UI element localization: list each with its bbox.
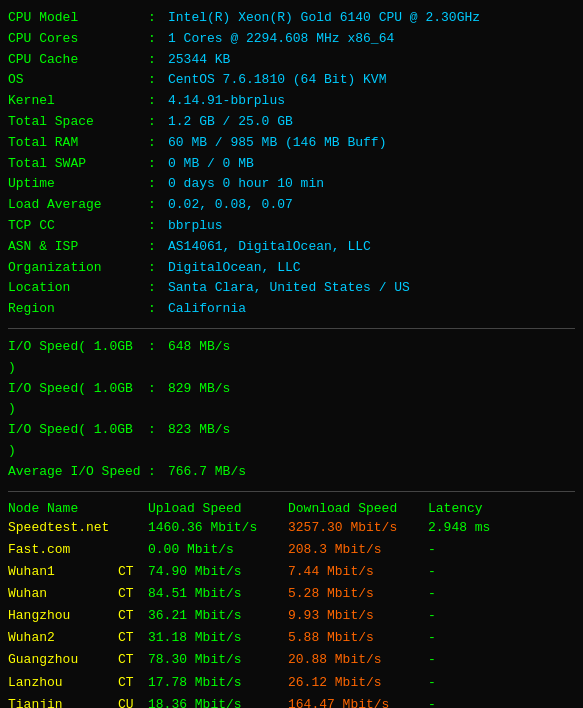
speed-latency: - — [428, 694, 575, 708]
speed-row: LanzhouCT17.78 Mbit/s26.12 Mbit/s- — [8, 672, 575, 694]
info-value: AS14061, DigitalOcean, LLC — [168, 237, 371, 258]
col-header-download: Download Speed — [288, 500, 428, 517]
io-label: I/O Speed( 1.0GB ) — [8, 420, 148, 462]
info-colon: : — [148, 216, 168, 237]
speed-node: Tianjin — [8, 694, 118, 708]
info-colon: : — [148, 70, 168, 91]
speed-node: Hangzhou — [8, 605, 118, 627]
info-value: Santa Clara, United States / US — [168, 278, 410, 299]
io-colon: : — [148, 462, 168, 483]
divider-1 — [8, 328, 575, 329]
speed-upload: 74.90 Mbit/s — [148, 561, 288, 583]
info-label: Location — [8, 278, 148, 299]
speed-latency: - — [428, 605, 575, 627]
info-colon: : — [148, 133, 168, 154]
info-label: CPU Cores — [8, 29, 148, 50]
speed-upload: 78.30 Mbit/s — [148, 649, 288, 671]
info-colon: : — [148, 237, 168, 258]
speed-row: Speedtest.net1460.36 Mbit/s3257.30 Mbit/… — [8, 517, 575, 539]
speed-download: 9.93 Mbit/s — [288, 605, 428, 627]
io-value: 766.7 MB/s — [168, 462, 246, 483]
speed-upload: 84.51 Mbit/s — [148, 583, 288, 605]
info-value: 60 MB / 985 MB (146 MB Buff) — [168, 133, 386, 154]
info-label: Uptime — [8, 174, 148, 195]
speed-download: 208.3 Mbit/s — [288, 539, 428, 561]
io-row: I/O Speed( 1.0GB ): 829 MB/s — [8, 379, 575, 421]
speed-download: 5.88 Mbit/s — [288, 627, 428, 649]
info-label: Kernel — [8, 91, 148, 112]
speed-upload: 36.21 Mbit/s — [148, 605, 288, 627]
divider-2 — [8, 491, 575, 492]
io-label: I/O Speed( 1.0GB ) — [8, 337, 148, 379]
speed-upload: 1460.36 Mbit/s — [148, 517, 288, 539]
info-colon: : — [148, 91, 168, 112]
speed-row: TianjinCU18.36 Mbit/s164.47 Mbit/s- — [8, 694, 575, 708]
speed-upload: 18.36 Mbit/s — [148, 694, 288, 708]
info-label: OS — [8, 70, 148, 91]
speed-download: 26.12 Mbit/s — [288, 672, 428, 694]
info-label: CPU Cache — [8, 50, 148, 71]
info-value: 25344 KB — [168, 50, 230, 71]
info-value: 0 MB / 0 MB — [168, 154, 254, 175]
speed-upload: 31.18 Mbit/s — [148, 627, 288, 649]
info-label: Region — [8, 299, 148, 320]
info-value: 4.14.91-bbrplus — [168, 91, 285, 112]
speed-isp — [118, 517, 148, 539]
sysinfo-row: CPU Model: Intel(R) Xeon(R) Gold 6140 CP… — [8, 8, 575, 29]
speed-download: 20.88 Mbit/s — [288, 649, 428, 671]
speed-isp: CU — [118, 694, 148, 708]
sysinfo-row: Total Space: 1.2 GB / 25.0 GB — [8, 112, 575, 133]
info-colon: : — [148, 8, 168, 29]
speed-row: Wuhan2CT31.18 Mbit/s5.88 Mbit/s- — [8, 627, 575, 649]
speed-node: Lanzhou — [8, 672, 118, 694]
speed-isp: CT — [118, 583, 148, 605]
info-label: Total SWAP — [8, 154, 148, 175]
speed-isp: CT — [118, 649, 148, 671]
speedtest-section: Node NameUpload SpeedDownload SpeedLaten… — [8, 500, 575, 708]
speed-row: Fast.com0.00 Mbit/s208.3 Mbit/s- — [8, 539, 575, 561]
speed-isp: CT — [118, 627, 148, 649]
sysinfo-section: CPU Model: Intel(R) Xeon(R) Gold 6140 CP… — [8, 8, 575, 320]
sysinfo-row: CPU Cores: 1 Cores @ 2294.608 MHz x86_64 — [8, 29, 575, 50]
info-colon: : — [148, 258, 168, 279]
sysinfo-row: Total SWAP: 0 MB / 0 MB — [8, 154, 575, 175]
speed-row: GuangzhouCT78.30 Mbit/s20.88 Mbit/s- — [8, 649, 575, 671]
info-label: ASN & ISP — [8, 237, 148, 258]
io-row: I/O Speed( 1.0GB ): 648 MB/s — [8, 337, 575, 379]
io-section: I/O Speed( 1.0GB ): 648 MB/sI/O Speed( 1… — [8, 337, 575, 483]
io-label: I/O Speed( 1.0GB ) — [8, 379, 148, 421]
info-value: bbrplus — [168, 216, 223, 237]
speed-isp — [118, 539, 148, 561]
speed-download: 7.44 Mbit/s — [288, 561, 428, 583]
col-header-latency: Latency — [428, 500, 575, 517]
speed-node: Speedtest.net — [8, 517, 118, 539]
info-colon: : — [148, 195, 168, 216]
info-colon: : — [148, 154, 168, 175]
speed-download: 5.28 Mbit/s — [288, 583, 428, 605]
info-value: California — [168, 299, 246, 320]
info-value: Intel(R) Xeon(R) Gold 6140 CPU @ 2.30GHz — [168, 8, 480, 29]
io-colon: : — [148, 337, 168, 379]
io-colon: : — [148, 379, 168, 421]
speed-latency: - — [428, 672, 575, 694]
info-label: CPU Model — [8, 8, 148, 29]
info-colon: : — [148, 299, 168, 320]
sysinfo-row: ASN & ISP: AS14061, DigitalOcean, LLC — [8, 237, 575, 258]
speed-latency: 2.948 ms — [428, 517, 575, 539]
io-row: I/O Speed( 1.0GB ): 823 MB/s — [8, 420, 575, 462]
info-colon: : — [148, 174, 168, 195]
speed-node: Guangzhou — [8, 649, 118, 671]
speed-isp: CT — [118, 605, 148, 627]
info-label: Total Space — [8, 112, 148, 133]
speed-node: Fast.com — [8, 539, 118, 561]
info-label: Load Average — [8, 195, 148, 216]
sysinfo-row: TCP CC: bbrplus — [8, 216, 575, 237]
speed-node: Wuhan2 — [8, 627, 118, 649]
sysinfo-row: CPU Cache: 25344 KB — [8, 50, 575, 71]
info-colon: : — [148, 278, 168, 299]
speed-latency: - — [428, 539, 575, 561]
info-label: Total RAM — [8, 133, 148, 154]
info-value: 0 days 0 hour 10 min — [168, 174, 324, 195]
io-label: Average I/O Speed — [8, 462, 148, 483]
info-value: 1.2 GB / 25.0 GB — [168, 112, 293, 133]
